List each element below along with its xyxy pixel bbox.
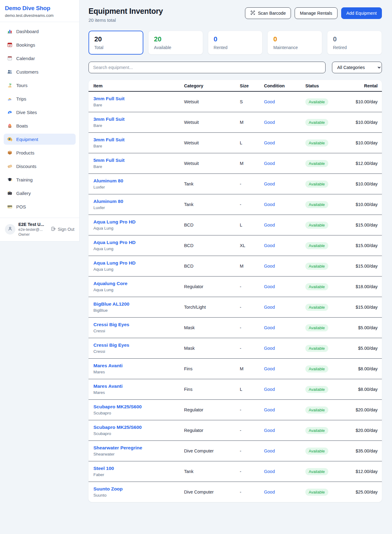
- user-name: E2E Test U...: [18, 222, 48, 227]
- stat-cards: 20 Total 20 Available 0 Rented 0 Mainten…: [89, 31, 382, 55]
- trips-icon: [7, 96, 13, 102]
- status-badge: Available: [305, 139, 328, 147]
- stat-card-rented[interactable]: 0 Rented: [208, 31, 263, 55]
- item-condition: Good: [259, 420, 300, 441]
- customers-icon: [7, 69, 13, 75]
- item-name-link[interactable]: Scubapro MK25/S600: [93, 404, 174, 410]
- stat-label: Maintenance: [273, 45, 316, 50]
- item-name-link[interactable]: Shearwater Peregrine: [93, 445, 174, 451]
- item-rental: $12.00/day: [342, 153, 382, 174]
- items-total: 20 items total: [89, 17, 163, 23]
- col-condition: Condition: [259, 80, 300, 91]
- item-name-link[interactable]: 3mm Full Suit: [93, 137, 174, 143]
- item-category: Tank: [179, 194, 235, 215]
- item-name-link[interactable]: Cressi Big Eyes: [93, 322, 174, 328]
- item-brand: Cressi: [93, 349, 174, 354]
- item-category: BCD: [179, 215, 235, 235]
- item-name-link[interactable]: Steel 100: [93, 465, 174, 471]
- stat-label: Available: [154, 45, 197, 50]
- sidebar-item-bookings[interactable]: 17 Bookings: [4, 39, 76, 50]
- item-rental: $10.00/day: [342, 112, 382, 133]
- table-row: Aluminum 80 Luxfer Tank - Good Available…: [89, 194, 382, 215]
- item-name-link[interactable]: Aqua Lung Pro HD: [93, 239, 174, 246]
- item-category: Torch/Light: [179, 297, 235, 318]
- item-size: M: [235, 359, 259, 379]
- item-category: Regulator: [179, 400, 235, 420]
- item-name-link[interactable]: Aqua Lung Pro HD: [93, 219, 174, 225]
- status-badge: Available: [305, 448, 328, 455]
- stat-value: 20: [94, 35, 138, 43]
- item-name-link[interactable]: 3mm Full Suit: [93, 96, 174, 102]
- item-name-link[interactable]: Aqua Lung Pro HD: [93, 260, 174, 266]
- item-condition: Good: [259, 318, 300, 338]
- sidebar-item-training[interactable]: Training: [4, 174, 76, 185]
- item-rental: $15.00/day: [342, 235, 382, 256]
- item-brand: Mares: [93, 369, 174, 375]
- item-name-link[interactable]: Aluminum 80: [93, 198, 174, 204]
- scan-barcode-button[interactable]: Scan Barcode: [245, 7, 291, 19]
- user-email: e2e-tester@...: [18, 227, 48, 232]
- stat-card-total[interactable]: 20 Total: [89, 31, 143, 55]
- search-input[interactable]: [89, 62, 326, 73]
- item-size: -: [235, 297, 259, 318]
- item-size: -: [235, 338, 259, 359]
- tours-icon: [7, 82, 13, 88]
- item-name-link[interactable]: Aluminum 80: [93, 178, 174, 184]
- stat-card-maintenance[interactable]: 0 Maintenance: [267, 31, 322, 55]
- status-badge: Available: [305, 489, 328, 496]
- item-rental: $15.00/day: [342, 256, 382, 277]
- sidebar-item-dashboard[interactable]: Dashboard: [4, 26, 76, 37]
- item-name-link[interactable]: 5mm Full Suit: [93, 157, 174, 163]
- item-name-link[interactable]: Cressi Big Eyes: [93, 342, 174, 348]
- sidebar-item-trips[interactable]: Trips: [4, 93, 76, 104]
- item-rental: $8.00/day: [342, 359, 382, 379]
- shop-domain: demo.test.divestreams.com: [5, 13, 74, 18]
- sidebar-item-dive-sites[interactable]: Dive Sites: [4, 107, 76, 118]
- sidebar-item-label: Tours: [16, 83, 28, 88]
- stat-card-retired[interactable]: 0 Retired: [327, 31, 382, 55]
- item-category: Wetsuit: [179, 153, 235, 174]
- sidebar-item-customers[interactable]: Customers: [4, 66, 76, 77]
- item-size: -: [235, 174, 259, 194]
- sidebar-header: Demo Dive Shop demo.test.divestreams.com: [0, 0, 79, 22]
- manage-rentals-button[interactable]: Manage Rentals: [295, 7, 337, 19]
- sidebar-item-products[interactable]: Products: [4, 147, 76, 158]
- equipment-table-card: Item Category Size Condition Status Rent…: [89, 80, 382, 502]
- item-name-link[interactable]: BigBlue AL1200: [93, 301, 174, 307]
- table-row: Aqualung Core Aqua Lung Regulator - Good…: [89, 277, 382, 297]
- item-rental: $15.00/day: [342, 297, 382, 318]
- sidebar-item-label: Gallery: [16, 191, 31, 196]
- item-brand: Aqua Lung: [93, 226, 174, 231]
- col-size: Size: [235, 80, 259, 91]
- item-name-link[interactable]: Scubapro MK25/S600: [93, 424, 174, 430]
- sidebar-item-calendar[interactable]: Calendar: [4, 53, 76, 64]
- sidebar-item-label: Products: [16, 150, 34, 155]
- item-name-link[interactable]: 3mm Full Suit: [93, 116, 174, 122]
- table-row: 3mm Full Suit Bare Wetsuit M Good Availa…: [89, 112, 382, 133]
- item-rental: $25.00/day: [342, 482, 382, 502]
- sidebar-item-tours[interactable]: Tours: [4, 80, 76, 91]
- item-name-link[interactable]: Suunto Zoop: [93, 486, 174, 492]
- sidebar-item-equipment[interactable]: Equipment: [4, 134, 76, 145]
- item-name-link[interactable]: Mares Avanti: [93, 383, 174, 389]
- sidebar-item-gallery[interactable]: Gallery: [4, 188, 76, 199]
- item-name-link[interactable]: Mares Avanti: [93, 363, 174, 369]
- sidebar-item-pos[interactable]: POS: [4, 201, 76, 212]
- pos-icon: [7, 204, 13, 210]
- item-name-link[interactable]: Aqualung Core: [93, 280, 174, 287]
- table-row: Steel 100 Faber Tank - Good Available $1…: [89, 461, 382, 482]
- item-category: Dive Computer: [179, 441, 235, 461]
- add-equipment-button[interactable]: Add Equipment: [341, 7, 382, 19]
- table-row: Cressi Big Eyes Cressi Mask - Good Avail…: [89, 338, 382, 359]
- status-badge: Available: [305, 406, 328, 414]
- category-select[interactable]: All Categories: [332, 62, 382, 73]
- status-badge: Available: [305, 427, 328, 434]
- sign-out-button[interactable]: Sign Out: [51, 226, 74, 232]
- table-row: Cressi Big Eyes Cressi Mask - Good Avail…: [89, 318, 382, 338]
- item-size: L: [235, 133, 259, 153]
- sidebar-item-boats[interactable]: Boats: [4, 120, 76, 131]
- svg-text:17: 17: [9, 44, 11, 47]
- stat-card-available[interactable]: 20 Available: [148, 31, 203, 55]
- col-item: Item: [89, 80, 179, 91]
- sidebar-item-discounts[interactable]: Discounts: [4, 161, 76, 172]
